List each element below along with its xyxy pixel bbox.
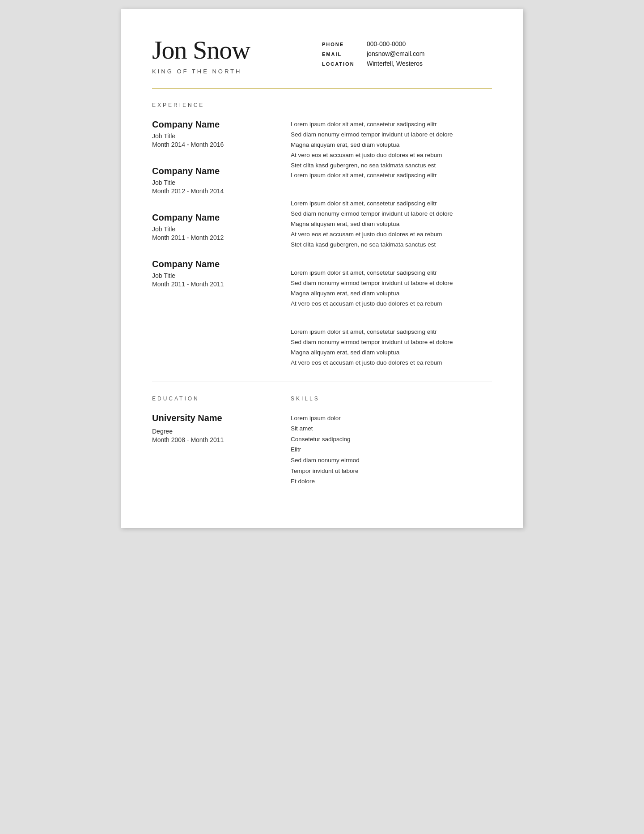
skill-6: Tempor invidunt ut labore — [291, 466, 492, 477]
company-4-name: Company Name — [152, 259, 286, 269]
exp-1-line-5: Stet clita kasd gubergren, no sea takima… — [291, 161, 492, 171]
university-name: University Name — [152, 413, 286, 423]
exp-3-line-1: Lorem ipsum dolor sit amet, consetetur s… — [291, 268, 492, 278]
exp-3-line-2: Sed diam nonumy eirmod tempor invidunt u… — [291, 278, 492, 289]
job-4-title: Job Title — [152, 272, 286, 279]
contact-location-row: LOCATION Winterfell, Westeros — [322, 60, 492, 67]
edu-dates: Month 2008 - Month 2011 — [152, 436, 286, 443]
exp-1-line-6: Lorem ipsum dolor sit amet, consetetur s… — [291, 170, 492, 181]
exp-1-line-1: Lorem ipsum dolor sit amet, consetetur s… — [291, 119, 492, 130]
experience-entries-left: Company Name Job Title Month 2014 - Mont… — [152, 119, 286, 288]
education-col: EDUCATION University Name Degree Month 2… — [152, 396, 286, 487]
company-3-name: Company Name — [152, 213, 286, 223]
exp-2-line-1: Lorem ipsum dolor sit amet, consetetur s… — [291, 199, 492, 209]
company-2-name: Company Name — [152, 166, 286, 176]
exp-desc-2: Lorem ipsum dolor sit amet, consetetur s… — [291, 199, 492, 250]
gold-divider — [152, 88, 492, 89]
bottom-section: EDUCATION University Name Degree Month 2… — [152, 396, 492, 487]
job-3-dates: Month 2011 - Month 2012 — [152, 234, 286, 241]
resume-page: Jon Snow KING OF THE NORTH PHONE 000-000… — [121, 9, 523, 528]
job-1-dates: Month 2014 - Month 2016 — [152, 141, 286, 148]
exp-2-line-4: At vero eos et accusam et justo duo dolo… — [291, 230, 492, 240]
location-label: LOCATION — [322, 61, 358, 67]
exp-2-line-3: Magna aliquyam erat, sed diam voluptua — [291, 219, 492, 230]
header: Jon Snow KING OF THE NORTH PHONE 000-000… — [152, 36, 492, 75]
email-label: EMAIL — [322, 51, 358, 57]
candidate-name: Jon Snow — [152, 36, 322, 64]
experience-section: EXPERIENCE Company Name Job Title Month … — [152, 102, 492, 368]
exp-entry-2-left: Company Name Job Title Month 2012 - Mont… — [152, 166, 286, 195]
experience-right-col: Lorem ipsum dolor sit amet, consetetur s… — [286, 119, 492, 368]
job-4-dates: Month 2011 - Month 2011 — [152, 281, 286, 288]
contact-phone-row: PHONE 000-000-0000 — [322, 40, 492, 47]
gray-divider — [152, 382, 492, 382]
degree: Degree — [152, 428, 286, 435]
exp-desc-1: Lorem ipsum dolor sit amet, consetetur s… — [291, 119, 492, 181]
phone-label: PHONE — [322, 42, 358, 47]
exp-entry-3-left: Company Name Job Title Month 2011 - Mont… — [152, 213, 286, 241]
skill-1: Lorem ipsum dolor — [291, 413, 492, 424]
job-3-title: Job Title — [152, 226, 286, 233]
skill-7: Et dolore — [291, 476, 492, 487]
exp-3-line-4: At vero eos et accusam et justo duo dolo… — [291, 299, 492, 309]
skill-5: Sed diam nonumy eirmod — [291, 455, 492, 466]
skill-4: Elitr — [291, 444, 492, 455]
experience-body: Company Name Job Title Month 2014 - Mont… — [152, 119, 492, 368]
exp-1-line-3: Magna aliquyam erat, sed diam voluptua — [291, 140, 492, 150]
exp-desc-3: Lorem ipsum dolor sit amet, consetetur s… — [291, 268, 492, 309]
education-title: EDUCATION — [152, 396, 286, 402]
header-left: Jon Snow KING OF THE NORTH — [152, 36, 322, 75]
job-2-title: Job Title — [152, 179, 286, 186]
exp-1-line-4: At vero eos et accusam et justo duo dolo… — [291, 150, 492, 161]
contact-email-row: EMAIL jonsnow@email.com — [322, 50, 492, 57]
exp-4-line-3: Magna aliquyam erat, sed diam voluptua — [291, 348, 492, 358]
exp-4-line-2: Sed diam nonumy eirmod tempor invidunt u… — [291, 337, 492, 348]
exp-1-line-2: Sed diam nonumy eirmod tempor invidunt u… — [291, 130, 492, 140]
phone-value: 000-000-0000 — [367, 40, 406, 47]
email-value: jonsnow@email.com — [367, 50, 424, 57]
candidate-tagline: KING OF THE NORTH — [152, 68, 322, 75]
location-value: Winterfell, Westeros — [367, 60, 423, 67]
skills-title: SKILLS — [291, 396, 492, 402]
job-2-dates: Month 2012 - Month 2014 — [152, 187, 286, 195]
company-1-name: Company Name — [152, 119, 286, 130]
skill-3: Consetetur sadipscing — [291, 434, 492, 445]
header-contact: PHONE 000-000-0000 EMAIL jonsnow@email.c… — [322, 36, 492, 67]
skills-list: Lorem ipsum dolor Sit amet Consetetur sa… — [291, 413, 492, 487]
exp-desc-4: Lorem ipsum dolor sit amet, consetetur s… — [291, 327, 492, 368]
exp-entry-4-left: Company Name Job Title Month 2011 - Mont… — [152, 259, 286, 288]
job-1-title: Job Title — [152, 132, 286, 140]
exp-4-line-1: Lorem ipsum dolor sit amet, consetetur s… — [291, 327, 492, 337]
skill-2: Sit amet — [291, 423, 492, 434]
experience-left-col: Company Name Job Title Month 2014 - Mont… — [152, 119, 286, 368]
exp-entry-1-left: Company Name Job Title Month 2014 - Mont… — [152, 119, 286, 148]
exp-2-line-2: Sed diam nonumy eirmod tempor invidunt u… — [291, 209, 492, 219]
exp-2-line-5: Stet clita kasd gubergren, no sea takima… — [291, 240, 492, 250]
experience-title: EXPERIENCE — [152, 102, 492, 108]
exp-3-line-3: Magna aliquyam erat, sed diam voluptua — [291, 289, 492, 299]
skills-col: SKILLS Lorem ipsum dolor Sit amet Conset… — [286, 396, 492, 487]
exp-4-line-4: At vero eos et accusam et justo duo dolo… — [291, 358, 492, 368]
